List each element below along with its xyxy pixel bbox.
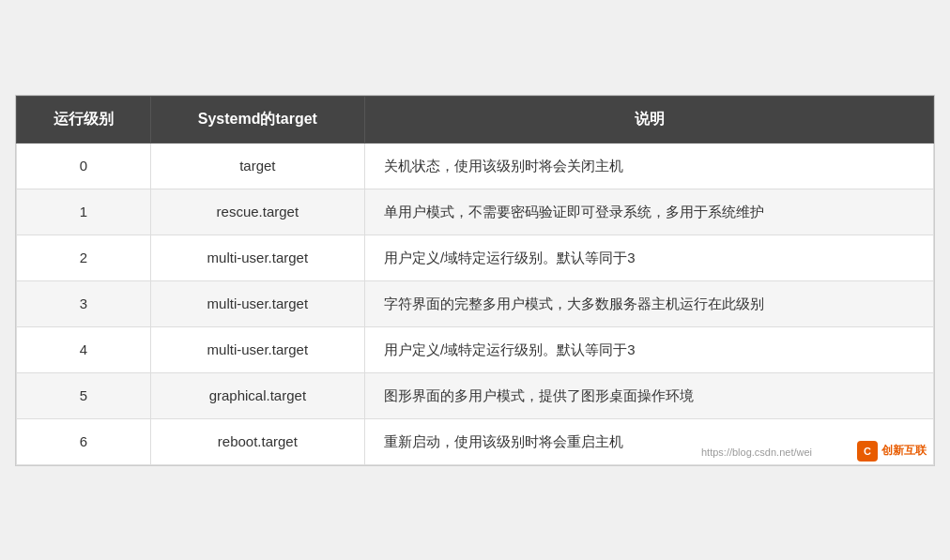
logo-area: C 创新互联 — [857, 441, 927, 462]
cell-level: 4 — [17, 326, 151, 372]
cell-target: target — [150, 143, 364, 189]
runlevel-table: 运行级别 Systemd的target 说明 0target关机状态，使用该级别… — [16, 96, 934, 465]
cell-level: 3 — [17, 280, 151, 326]
watermark: https://blog.csdn.net/wei — [701, 446, 812, 458]
logo-icon: C — [857, 441, 878, 462]
table-row: 3multi-user.target字符界面的完整多用户模式，大多数服务器主机运… — [17, 280, 934, 326]
table-row: 2multi-user.target用户定义/域特定运行级别。默认等同于3 — [17, 235, 934, 280]
cell-description: 图形界面的多用户模式，提供了图形桌面操作环境 — [365, 372, 934, 418]
cell-target: multi-user.target — [150, 235, 364, 280]
cell-level: 6 — [17, 418, 151, 464]
table-row: 5graphical.target图形界面的多用户模式，提供了图形桌面操作环境 — [17, 372, 934, 418]
table-row: 6reboot.target重新启动，使用该级别时将会重启主机 — [17, 418, 934, 464]
cell-target: multi-user.target — [150, 280, 364, 326]
cell-target: multi-user.target — [150, 326, 364, 372]
cell-description: 单用户模式，不需要密码验证即可登录系统，多用于系统维护 — [365, 189, 934, 235]
cell-level: 5 — [17, 372, 151, 418]
col-header-description: 说明 — [365, 96, 934, 143]
col-header-target: Systemd的target — [150, 96, 364, 143]
table-header-row: 运行级别 Systemd的target 说明 — [17, 96, 934, 143]
cell-description: 重新启动，使用该级别时将会重启主机 — [365, 418, 934, 464]
cell-target: rescue.target — [150, 189, 364, 235]
cell-description: 用户定义/域特定运行级别。默认等同于3 — [365, 235, 934, 280]
cell-description: 字符界面的完整多用户模式，大多数服务器主机运行在此级别 — [365, 280, 934, 326]
col-header-level: 运行级别 — [17, 96, 151, 143]
table-row: 4multi-user.target用户定义/域特定运行级别。默认等同于3 — [17, 326, 934, 372]
table-row: 0target关机状态，使用该级别时将会关闭主机 — [17, 143, 934, 189]
cell-level: 2 — [17, 235, 151, 280]
cell-level: 0 — [17, 143, 151, 189]
cell-target: reboot.target — [150, 418, 364, 464]
cell-description: 关机状态，使用该级别时将会关闭主机 — [365, 143, 934, 189]
page-container: 运行级别 Systemd的target 说明 0target关机状态，使用该级别… — [15, 95, 935, 466]
logo-text: 创新互联 — [881, 443, 927, 459]
cell-target: graphical.target — [150, 372, 364, 418]
table-row: 1rescue.target单用户模式，不需要密码验证即可登录系统，多用于系统维… — [17, 189, 934, 235]
cell-level: 1 — [17, 189, 151, 235]
cell-description: 用户定义/域特定运行级别。默认等同于3 — [365, 326, 934, 372]
